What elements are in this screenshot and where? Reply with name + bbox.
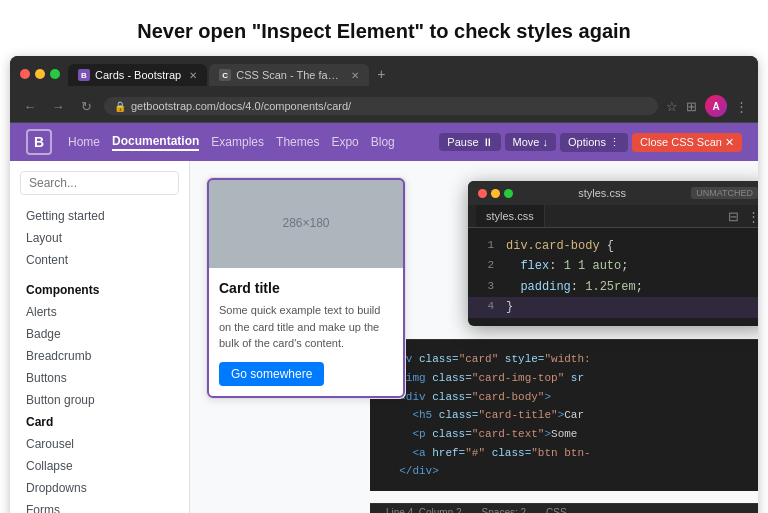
new-tab-button[interactable]: +	[371, 62, 391, 86]
html-line-3: <div class="card-body">	[386, 388, 742, 407]
html-line-5: <p class="card-text">Some	[386, 425, 742, 444]
extensions-icon[interactable]: ⊞	[686, 99, 697, 114]
card-body: Card title Some quick example text to bu…	[207, 268, 405, 398]
html-line-2: <img class="card-img-top" sr	[386, 369, 742, 388]
sidebar: Getting started Layout Content Component…	[10, 161, 190, 513]
editor-tl-yellow	[491, 189, 500, 198]
tab-label: Cards - Bootstrap	[95, 69, 181, 81]
page-heading: Never open "Inspect Element" to check st…	[0, 0, 768, 56]
editor-titlebar: styles.css UNMATCHED	[468, 181, 758, 205]
search-input[interactable]	[20, 171, 179, 195]
tab-2-favicon: C	[219, 69, 231, 81]
profile-avatar[interactable]: A	[705, 95, 727, 117]
sidebar-item-button-group[interactable]: Button group	[10, 389, 189, 411]
heading-text: Never open "Inspect Element" to check st…	[137, 20, 631, 42]
traffic-light-green[interactable]	[50, 69, 60, 79]
star-icon[interactable]: ☆	[666, 99, 678, 114]
sidebar-item-card[interactable]: Card	[10, 411, 189, 433]
code-line-2: 2 flex: 1 1 auto;	[468, 256, 758, 276]
sidebar-item-buttons[interactable]: Buttons	[10, 367, 189, 389]
status-bar: Line 4, Column 2 Spaces: 2 CSS	[370, 503, 758, 513]
card-title: Card title	[219, 280, 393, 296]
url-bar[interactable]: 🔒 getbootstrap.com/docs/4.0/components/c…	[104, 97, 658, 115]
sidebar-item-collapse[interactable]: Collapse	[10, 455, 189, 477]
language-status: CSS	[546, 507, 567, 513]
editor-more-icon[interactable]: ⋮	[747, 209, 758, 224]
html-line-6: <a href="#" class="btn btn-	[386, 444, 742, 463]
code-line-4: 4 }	[468, 297, 758, 317]
sidebar-item-getting-started[interactable]: Getting started	[10, 205, 189, 227]
editor-badge: UNMATCHED	[691, 187, 758, 199]
editor-tl-red	[478, 189, 487, 198]
nav-documentation[interactable]: Documentation	[112, 134, 199, 151]
html-line-7: </div>	[386, 462, 742, 481]
image-dimensions: 286×180	[282, 216, 329, 230]
address-bar: ← → ↻ 🔒 getbootstrap.com/docs/4.0/compon…	[10, 90, 758, 123]
sidebar-item-breadcrumb[interactable]: Breadcrumb	[10, 345, 189, 367]
code-content: 1 div.card-body { 2 flex: 1 1 auto; 3 pa…	[468, 228, 758, 326]
code-editor: styles.css UNMATCHED styles.css ⊟ ⋮ 1 d	[468, 181, 758, 326]
sidebar-item-alerts[interactable]: Alerts	[10, 301, 189, 323]
lock-icon: 🔒	[114, 101, 126, 112]
menu-icon[interactable]: ⋮	[735, 99, 748, 114]
line-col-status: Line 4, Column 2	[386, 507, 462, 513]
nav-blog[interactable]: Blog	[371, 135, 395, 149]
nav-themes[interactable]: Themes	[276, 135, 319, 149]
page-area: 286×180 Card title Some quick example te…	[190, 161, 758, 513]
nav-expo[interactable]: Expo	[331, 135, 358, 149]
chrome-bar: B Cards - Bootstrap ✕ C CSS Scan - The f…	[10, 56, 758, 90]
tab-2-label: CSS Scan - The fastest and ov...	[236, 69, 343, 81]
sidebar-item-carousel[interactable]: Carousel	[10, 433, 189, 455]
code-line-1: 1 div.card-body {	[468, 236, 758, 256]
browser-window: B Cards - Bootstrap ✕ C CSS Scan - The f…	[10, 56, 758, 513]
editor-tl-green	[504, 189, 513, 198]
refresh-button[interactable]: ↻	[76, 99, 96, 114]
move-button[interactable]: Move ↓	[505, 133, 556, 151]
html-code-area: <div class="card" style="width: <img cla…	[370, 339, 758, 491]
spaces-status: Spaces: 2	[482, 507, 526, 513]
close-scan-button[interactable]: Close CSS Scan ✕	[632, 133, 742, 152]
tab-css-scan[interactable]: C CSS Scan - The fastest and ov... ✕	[209, 64, 369, 86]
editor-title: styles.css	[519, 187, 685, 199]
html-line-1: <div class="card" style="width:	[386, 350, 742, 369]
sidebar-item-layout[interactable]: Layout	[10, 227, 189, 249]
tab-2-close-icon[interactable]: ✕	[351, 70, 359, 81]
sidebar-heading-components: Components	[10, 279, 189, 301]
traffic-lights	[20, 69, 60, 79]
sidebar-item-content[interactable]: Content	[10, 249, 189, 271]
editor-split-icon[interactable]: ⊟	[728, 209, 739, 224]
pause-button[interactable]: Pause ⏸	[439, 133, 500, 151]
tab-cards[interactable]: B Cards - Bootstrap ✕	[68, 64, 207, 86]
sidebar-item-badge[interactable]: Badge	[10, 323, 189, 345]
editor-tab-label: styles.css	[486, 210, 534, 222]
tab-favicon: B	[78, 69, 90, 81]
go-somewhere-button[interactable]: Go somewhere	[219, 362, 324, 386]
editor-tab-bar: styles.css ⊟ ⋮	[468, 205, 758, 228]
code-line-3: 3 padding: 1.25rem;	[468, 277, 758, 297]
main-content: Getting started Layout Content Component…	[10, 161, 758, 513]
options-button[interactable]: Options ⋮	[560, 133, 628, 152]
card-image-placeholder: 286×180	[207, 178, 405, 268]
html-line-4: <h5 class="card-title">Car	[386, 406, 742, 425]
card-text: Some quick example text to build on the …	[219, 302, 393, 352]
nav-home[interactable]: Home	[68, 135, 100, 149]
editor-tab[interactable]: styles.css	[476, 205, 545, 227]
back-button[interactable]: ←	[20, 99, 40, 114]
sidebar-item-dropdowns[interactable]: Dropdowns	[10, 477, 189, 499]
card-preview: 286×180 Card title Some quick example te…	[206, 177, 406, 399]
traffic-light-red[interactable]	[20, 69, 30, 79]
url-text: getbootstrap.com/docs/4.0/components/car…	[131, 100, 351, 112]
sidebar-item-forms[interactable]: Forms	[10, 499, 189, 513]
nav-examples[interactable]: Examples	[211, 135, 264, 149]
forward-button[interactable]: →	[48, 99, 68, 114]
traffic-light-yellow[interactable]	[35, 69, 45, 79]
bootstrap-logo[interactable]: B	[26, 129, 52, 155]
bootstrap-navbar: B Home Documentation Examples Themes Exp…	[10, 123, 758, 161]
tab-close-icon[interactable]: ✕	[189, 70, 197, 81]
